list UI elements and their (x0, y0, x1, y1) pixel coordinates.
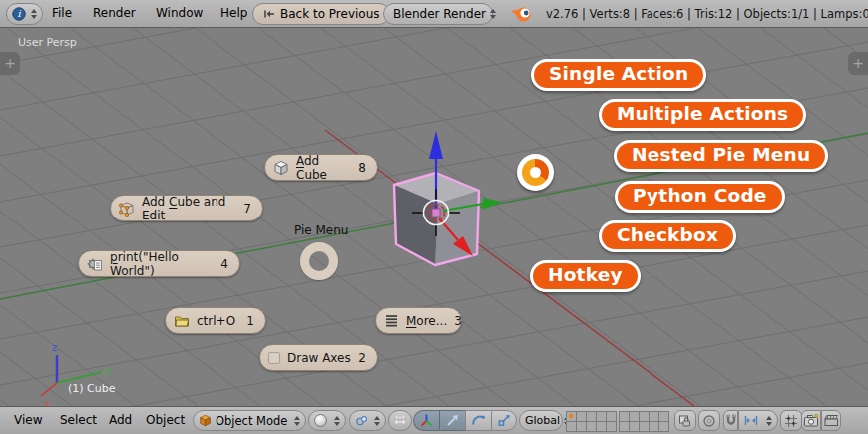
translate-arrow-icon (445, 413, 460, 428)
pie-menu-center-ring (300, 242, 338, 280)
render-engine-select[interactable]: Blender Render (383, 3, 493, 25)
clapperboard-icon (823, 413, 839, 428)
editor-type-selector[interactable]: i (6, 3, 43, 25)
view-name-label: User Persp (18, 36, 77, 49)
back-button-label: Back to Previous (280, 7, 380, 21)
shading-sphere-icon (314, 414, 327, 427)
origin-point (432, 209, 440, 217)
expand-properties-tab[interactable]: + (848, 52, 868, 75)
menu-add[interactable]: Add (109, 407, 132, 434)
back-arrow-icon (262, 7, 276, 21)
pie-item-draw-axes[interactable]: Draw Axes 2 (259, 344, 378, 371)
pie-item-number: 2 (358, 351, 366, 365)
layers-widget-group2[interactable] (619, 411, 668, 431)
pivot-icon (355, 414, 368, 427)
magnet-icon (725, 414, 737, 427)
rotate-arc-icon (471, 413, 486, 428)
translate-manipulator-button[interactable] (439, 410, 465, 431)
menu-object[interactable]: Object (146, 407, 185, 434)
pie-item-add-cube-and-edit[interactable]: Add Cube and Edit 7 (110, 195, 263, 221)
mode-select-arrows-icon (294, 416, 300, 426)
callout-multiple-actions: Multiple Actions (599, 99, 806, 131)
menu-file[interactable]: File (52, 0, 72, 27)
manipulator-axes-toggle[interactable] (413, 410, 439, 431)
opengl-render-image-button[interactable] (801, 410, 821, 431)
mode-select-value: Object Mode (216, 414, 287, 428)
menu-lines-icon (384, 313, 399, 328)
info-header-bar: i File Render Window Help Back to Previo… (0, 0, 868, 28)
blender-logo-icon (510, 5, 534, 23)
scale-icon (497, 413, 511, 428)
pie-item-ctrl-o[interactable]: ctrl+O 1 (165, 307, 266, 334)
scene-stats: v2.76 | Verts:8 | Faces:6 | Tris:12 | Ob… (546, 0, 868, 28)
mini-axis-gizmo: z y x (41, 342, 111, 406)
viewport-3d[interactable]: z y x User Persp (1) Cube + + Pie Menu A… (0, 28, 868, 406)
gizmo-x-label: x (44, 398, 50, 406)
shading-arrows-icon (334, 416, 340, 426)
pie-item-number: 8 (358, 161, 366, 175)
pie-menu-title: Pie Menu (294, 223, 348, 237)
pie-item-add-cube[interactable]: Add Cube 8 (264, 154, 378, 181)
manipulate-center-points-button[interactable] (388, 410, 412, 431)
scale-manipulator-button[interactable] (491, 410, 517, 431)
snap-toggle-button[interactable] (723, 410, 738, 431)
camera-icon (803, 413, 819, 428)
menu-window[interactable]: Window (156, 0, 203, 27)
gizmo-y-label: y (105, 365, 111, 376)
pie-item-number: 4 (220, 257, 228, 271)
editmode-cube-icon (119, 201, 135, 217)
pie-origin-target-icon (517, 154, 554, 191)
callout-nested-pie-menu: Nested Pie Menu (614, 140, 828, 172)
manipulator-toggle-group (413, 410, 517, 431)
back-to-previous-button[interactable]: Back to Previous (252, 3, 390, 25)
pivot-point-select[interactable] (349, 410, 386, 431)
lock-icon (678, 414, 692, 428)
callout-checkbox: Checkbox (599, 220, 736, 252)
layers-widget-group1[interactable] (566, 411, 616, 431)
viewport-header-bar: View Select Add Object Object Mode (0, 406, 868, 434)
expand-toolshelf-tab[interactable]: + (0, 52, 20, 75)
callout-hotkey: Hotkey (530, 260, 641, 292)
transform-orientation-select[interactable]: Global (519, 410, 563, 431)
pie-item-number: 7 (243, 202, 251, 216)
center-points-icon (394, 413, 406, 428)
cube-icon (273, 160, 289, 176)
selector-arrows-icon (31, 9, 37, 19)
menu-help[interactable]: Help (220, 0, 247, 27)
engine-select-arrows-icon (490, 9, 496, 19)
engine-select-value: Blender Render (393, 7, 486, 21)
pie-item-number: 1 (246, 314, 254, 328)
orientation-select-value: Global (525, 414, 560, 427)
menu-select[interactable]: Select (60, 407, 97, 434)
pie-item-print-hello-world[interactable]: print("Hello World") 4 (78, 250, 240, 277)
lock-to-scene-button[interactable] (674, 410, 696, 431)
snap-element-select[interactable] (738, 410, 778, 431)
manipulator-z-arrow[interactable] (429, 131, 443, 159)
object-mode-cube-icon (199, 414, 212, 427)
menu-view[interactable]: View (14, 407, 42, 434)
pie-item-more[interactable]: More... 3 (375, 307, 462, 334)
snap-grid-button[interactable] (780, 410, 802, 431)
viewport-shading-select[interactable] (308, 410, 346, 431)
grid-dots-icon (784, 414, 798, 428)
callout-python-code: Python Code (615, 181, 785, 213)
proportional-edit-button[interactable] (698, 410, 720, 431)
draw-axes-checkbox[interactable] (268, 352, 280, 364)
blender-window: i File Render Window Help Back to Previo… (0, 0, 868, 434)
rgb-axes-icon (419, 413, 434, 428)
pie-item-number: 3 (454, 314, 462, 328)
menu-render[interactable]: Render (93, 0, 136, 27)
open-folder-icon (174, 313, 190, 329)
pivot-arrows-icon (374, 416, 380, 426)
rotate-manipulator-button[interactable] (465, 410, 491, 431)
snap-element-icon (744, 414, 758, 427)
opengl-render-animation-button[interactable] (821, 410, 841, 431)
interaction-mode-select[interactable]: Object Mode (193, 410, 306, 431)
snap-arrows-icon (766, 416, 772, 426)
script-icon (87, 256, 103, 272)
gizmo-z-label: z (52, 342, 57, 353)
callout-single-action: Single Action (531, 59, 706, 91)
info-editor-icon: i (12, 7, 26, 21)
proportional-circle-icon (702, 414, 716, 428)
active-object-label: (1) Cube (68, 382, 115, 395)
